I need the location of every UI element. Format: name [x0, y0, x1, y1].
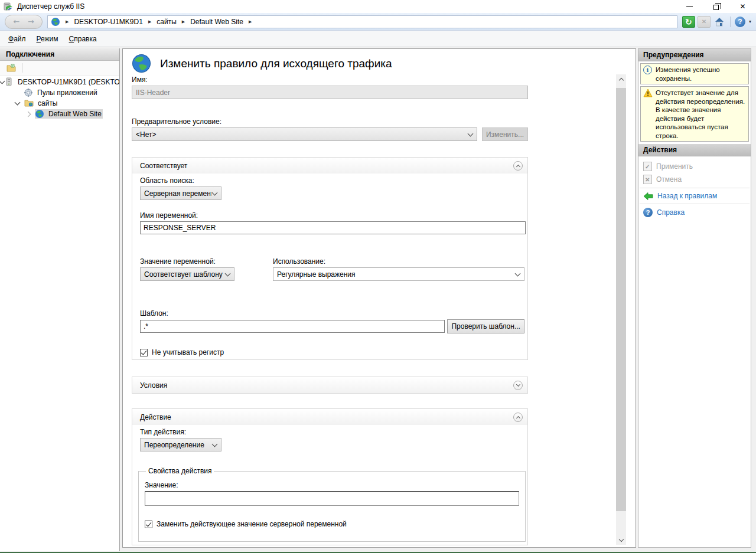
- separator: [640, 188, 750, 188]
- match-section: Соответствует Область поиска: Серверная …: [132, 157, 528, 360]
- home-icon[interactable]: [713, 16, 726, 28]
- close-button[interactable]: ✕: [729, 0, 756, 13]
- help-icon[interactable]: ?: [735, 17, 745, 27]
- menu-file[interactable]: Файл: [3, 35, 31, 43]
- using-label: Использование:: [273, 257, 524, 266]
- breadcrumb-separator-icon: ▶: [143, 19, 157, 24]
- edit-precondition-button: Изменить...: [482, 127, 528, 141]
- vertical-scrollbar[interactable]: [616, 74, 626, 545]
- match-section-title: Соответствует: [140, 162, 513, 170]
- action-section: Действие Тип действия: Переопределение С…: [132, 408, 528, 545]
- replace-checkbox[interactable]: [145, 521, 152, 528]
- help-icon: ?: [643, 208, 653, 217]
- precondition-select[interactable]: <Нет>: [132, 127, 477, 141]
- save-connections-icon[interactable]: [6, 63, 16, 73]
- cancel-action: ✕ Отмена: [638, 173, 751, 186]
- expand-icon[interactable]: [513, 381, 523, 390]
- name-input: [132, 86, 528, 99]
- alert-warning: Отсутствует значение для действия переоп…: [640, 86, 749, 142]
- title-bar: Диспетчер служб IIS ✕: [0, 0, 756, 13]
- sites-folder-icon: [24, 99, 34, 108]
- breadcrumb-separator-icon: ▶: [60, 19, 74, 24]
- scope-label: Область поиска:: [140, 176, 524, 185]
- breadcrumb-separator-icon: ▶: [243, 19, 257, 24]
- nav-buttons: ← →: [5, 15, 43, 29]
- help-action[interactable]: ? Справка: [638, 206, 751, 219]
- scroll-down-icon[interactable]: [616, 535, 626, 545]
- server-icon: [4, 77, 14, 87]
- toolbar-separator: [730, 17, 731, 27]
- conditions-section-title: Условия: [140, 381, 513, 390]
- back-arrow-icon: [643, 192, 653, 200]
- ignore-case-label: Не учитывать регистр: [152, 348, 224, 356]
- cancel-icon: ✕: [643, 175, 652, 184]
- menu-bar: Файл Режим Справка: [0, 31, 756, 47]
- expander-icon[interactable]: [25, 111, 31, 117]
- action-type-label: Тип действия:: [140, 428, 524, 436]
- breadcrumb-item-site[interactable]: Default Web Site: [190, 18, 243, 26]
- tree-item-app-pools[interactable]: Пулы приложений: [0, 87, 119, 98]
- actions-header: Действия: [638, 144, 751, 156]
- action-type-select[interactable]: Переопределение: [140, 438, 221, 451]
- page-title: Изменить правило для исходящего трафика: [160, 57, 392, 70]
- connections-toolbar: [0, 61, 119, 76]
- pattern-label: Шаблон:: [140, 309, 524, 318]
- using-select[interactable]: Регулярные выражения: [273, 267, 524, 281]
- breadcrumb-separator-icon: ▶: [177, 19, 190, 24]
- value-label: Значение:: [145, 481, 519, 489]
- back-icon[interactable]: ←: [13, 17, 19, 26]
- warning-icon: [643, 89, 653, 97]
- pattern-input[interactable]: [140, 320, 445, 333]
- collapse-icon[interactable]: [513, 161, 523, 171]
- ignore-case-checkbox[interactable]: [140, 349, 148, 356]
- breadcrumb-item-server[interactable]: DESKTOP-U1MK9D1: [74, 18, 142, 26]
- menu-help[interactable]: Справка: [64, 35, 102, 43]
- tree-item-server[interactable]: DESKTOP-U1MK9D1 (DESKTOI: [0, 77, 119, 87]
- apply-icon: ✓: [643, 162, 652, 171]
- action-properties-group: Свойства действия Значение: Заменить дей…: [138, 467, 526, 542]
- globe-icon: [51, 17, 60, 27]
- app-pools-icon: [24, 88, 33, 97]
- menu-view[interactable]: Режим: [31, 35, 64, 43]
- page-globe-icon: [132, 54, 151, 73]
- variable-value-label: Значение переменной:: [140, 257, 273, 266]
- value-input[interactable]: [145, 491, 519, 506]
- help-dropdown-icon[interactable]: ▾: [749, 19, 751, 24]
- action-section-title: Действие: [140, 413, 513, 421]
- expander-icon[interactable]: [15, 100, 21, 106]
- ignore-case-checkbox-row: Не учитывать регистр: [140, 348, 524, 356]
- refresh-icon[interactable]: ↻: [682, 16, 695, 28]
- variable-value-select[interactable]: Соответствует шаблону: [140, 267, 234, 281]
- alerts-actions-panel: Предупреждения i Изменения успешно сохра…: [638, 48, 751, 548]
- window-title: Диспетчер служб IIS: [17, 2, 84, 11]
- scope-select[interactable]: Серверная переменн: [140, 186, 221, 200]
- restore-button[interactable]: [703, 0, 729, 13]
- collapse-icon[interactable]: [513, 413, 523, 422]
- alert-info: i Изменения успешно сохранены.: [640, 63, 749, 84]
- breadcrumb[interactable]: ▶ DESKTOP-U1MK9D1 ▶ сайты ▶ Default Web …: [47, 15, 677, 28]
- separator: [640, 204, 750, 204]
- tree-item-sites[interactable]: сайты: [0, 98, 119, 109]
- variable-name-input[interactable]: [140, 221, 526, 234]
- back-to-rules-action[interactable]: Назад к правилам: [638, 190, 751, 202]
- alerts-header: Предупреждения: [638, 49, 751, 61]
- breadcrumb-item-sites[interactable]: сайты: [157, 18, 177, 26]
- minimize-button[interactable]: [676, 0, 703, 13]
- conditions-section: Условия: [132, 377, 528, 394]
- test-pattern-button[interactable]: Проверить шаблон...: [447, 319, 524, 333]
- app-icon: [4, 2, 13, 11]
- scrollbar-thumb[interactable]: [616, 88, 626, 511]
- variable-name-label: Имя переменной:: [140, 211, 524, 220]
- precondition-label: Предварительное условие:: [132, 117, 536, 126]
- site-globe-icon: [35, 109, 44, 119]
- replace-checkbox-row: Заменить действующее значение серверной …: [145, 520, 519, 528]
- stop-icon: ✕: [698, 16, 711, 28]
- address-bar: ← → ▶ DESKTOP-U1MK9D1 ▶ сайты ▶ Default …: [0, 13, 756, 31]
- tree-item-default-web-site[interactable]: Default Web Site: [0, 109, 119, 119]
- scroll-up-icon[interactable]: [616, 74, 626, 84]
- connections-header: Подключения: [0, 48, 119, 61]
- main-panel: Изменить правило для исходящего трафика …: [122, 48, 636, 548]
- apply-action: ✓ Применить: [638, 160, 751, 173]
- info-icon: i: [643, 66, 652, 74]
- forward-icon[interactable]: →: [28, 17, 34, 26]
